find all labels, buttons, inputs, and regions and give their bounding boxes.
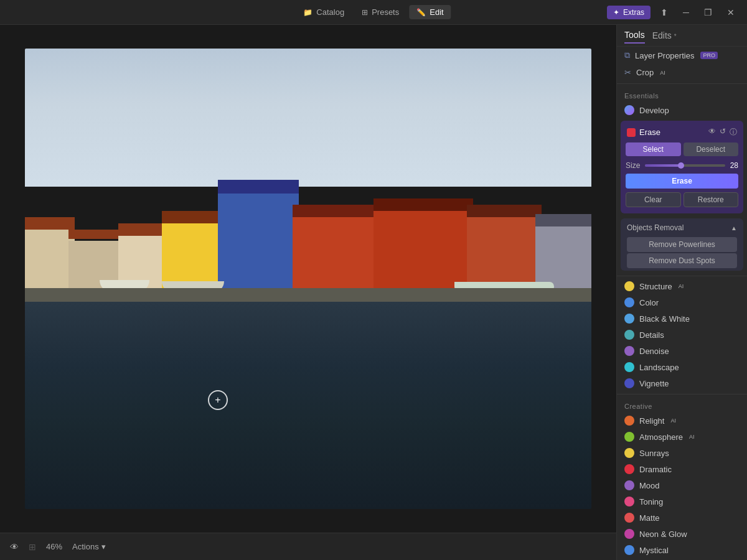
creative-tool-sunrays[interactable]: Sunrays	[617, 445, 747, 461]
actions-button[interactable]: Actions ▾	[72, 542, 106, 551]
creative-label: Creative	[617, 396, 747, 413]
tool-icon	[624, 281, 634, 291]
clear-button[interactable]: Clear	[626, 192, 681, 207]
tool-icon	[624, 346, 634, 356]
bottom-bar: 👁 ⊞ 46% Actions ▾	[0, 533, 616, 560]
objects-removal-header[interactable]: Objects Removal ▲	[621, 220, 743, 236]
info-icon[interactable]: ⓘ	[730, 127, 737, 138]
erase-header: Erase 👁 ↺ ⓘ	[621, 124, 743, 140]
select-button[interactable]: Select	[626, 142, 681, 156]
crop-ai-badge: AI	[660, 70, 665, 76]
creative-tool-matte[interactable]: Matte	[617, 510, 747, 526]
creative-tool-icon	[624, 497, 634, 506]
creative-tool-mystical[interactable]: Mystical	[617, 542, 747, 558]
layer-icon: ⧉	[624, 50, 630, 60]
select-deselect-row: Select Deselect	[621, 140, 743, 159]
tools-tab[interactable]: Tools	[624, 30, 645, 44]
eye-icon[interactable]: 👁	[708, 127, 716, 138]
layer-properties-item[interactable]: ⧉ Layer Properties PRO	[617, 47, 747, 64]
tool-item-denoise[interactable]: Denoise	[617, 343, 747, 359]
creative-tool-mood[interactable]: Mood	[617, 477, 747, 493]
creative-tool-icon	[624, 529, 634, 539]
top-bar: 📁 Catalog ⊞ Presets ✏️ Edit ✦ Extras ⬆ ─…	[0, 0, 747, 25]
creative-tool-icon	[624, 432, 634, 442]
size-slider-fill	[645, 164, 681, 167]
share-button[interactable]: ⬆	[655, 6, 673, 19]
erase-action-button[interactable]: Erase	[626, 174, 738, 189]
restore-button[interactable]: Restore	[684, 192, 739, 207]
creative-tool-dramatic[interactable]: Dramatic	[617, 461, 747, 477]
tool-icon	[624, 378, 634, 388]
right-panel: Tools Edits * ⧉ Layer Properties PRO ✂ C…	[616, 25, 747, 560]
tool-item-landscape[interactable]: Landscape	[617, 359, 747, 375]
edit-icon: ✏️	[416, 8, 426, 17]
panel-tabs: Tools Edits *	[617, 25, 747, 47]
clear-restore-row: Clear Restore	[621, 190, 743, 210]
objects-removal-section: Objects Removal ▲ Remove Powerlines Remo…	[621, 218, 743, 271]
tool-icon	[624, 297, 634, 307]
tool-item-details[interactable]: Details	[617, 327, 747, 343]
crop-item[interactable]: ✂ Crop AI	[617, 64, 747, 81]
creative-tool-icon	[624, 545, 634, 555]
minimize-button[interactable]: ─	[678, 6, 694, 19]
edit-tab[interactable]: ✏️ Edit	[409, 5, 451, 19]
creative-tool-icon	[624, 513, 634, 523]
tool-icon	[624, 314, 634, 324]
creative-tool-atmosphere[interactable]: AtmosphereAI	[617, 429, 747, 445]
size-slider-thumb	[678, 162, 684, 169]
creative-tool-icon	[624, 480, 634, 490]
creative-tool-neon-&-glow[interactable]: Neon & Glow	[617, 526, 747, 542]
creative-tool-icon	[624, 416, 634, 426]
deselect-button[interactable]: Deselect	[684, 142, 739, 156]
main-content: + 👁 ⊞ 46% Actions ▾ Tools Edits *	[0, 25, 747, 560]
zoom-level[interactable]: 46%	[46, 542, 62, 551]
maximize-button[interactable]: ❐	[699, 6, 717, 19]
tool-item-structure[interactable]: StructureAI	[617, 278, 747, 294]
creative-tool-relight[interactable]: RelightAI	[617, 413, 747, 429]
edits-tab[interactable]: Edits *	[652, 30, 677, 43]
size-row: Size 28	[621, 159, 743, 172]
crop-icon: ✂	[624, 68, 631, 77]
photo-image: +	[25, 49, 591, 509]
extras-button[interactable]: ✦ Extras	[607, 6, 651, 19]
pro-badge: PRO	[700, 52, 718, 59]
view-divider: ⊞	[29, 542, 36, 552]
catalog-icon: 📁	[303, 8, 312, 17]
remove-dust-spots-button[interactable]: Remove Dust Spots	[627, 253, 737, 268]
size-slider[interactable]	[645, 164, 725, 167]
essentials-label: Essentials	[617, 86, 747, 102]
tool-item-black-&-white[interactable]: Black & White	[617, 310, 747, 327]
erase-panel: Erase 👁 ↺ ⓘ Select Deselect Size 28	[621, 121, 743, 213]
photo-canvas[interactable]: +	[0, 25, 616, 533]
visibility-icon[interactable]: 👁	[10, 542, 19, 552]
develop-icon	[624, 105, 634, 115]
develop-item[interactable]: Develop	[617, 102, 747, 118]
window-controls: ✦ Extras ⬆ ─ ❐ ✕	[607, 6, 740, 19]
erase-cursor: +	[208, 390, 228, 410]
essentials-tools-list: StructureAIColorBlack & WhiteDetailsDeno…	[617, 278, 747, 391]
erase-header-icons: 👁 ↺ ⓘ	[708, 127, 737, 138]
creative-tool-icon	[624, 464, 634, 474]
photo-container: +	[25, 49, 591, 509]
tool-item-vignette[interactable]: Vignette	[617, 375, 747, 391]
erase-icon	[627, 128, 636, 137]
creative-tool-icon	[624, 448, 634, 458]
objects-chevron-icon: ▲	[731, 225, 737, 231]
presets-tab[interactable]: ⊞ Presets	[354, 5, 406, 19]
catalog-tab[interactable]: 📁 Catalog	[296, 5, 352, 19]
close-button[interactable]: ✕	[722, 6, 740, 19]
photo-area: + 👁 ⊞ 46% Actions ▾	[0, 25, 616, 560]
nav-tabs: 📁 Catalog ⊞ Presets ✏️ Edit	[296, 5, 451, 19]
undo-icon[interactable]: ↺	[720, 127, 726, 138]
extras-icon: ✦	[613, 8, 619, 17]
remove-powerlines-button[interactable]: Remove Powerlines	[627, 237, 737, 252]
creative-tools-list: RelightAIAtmosphereAISunraysDramaticMood…	[617, 413, 747, 558]
tool-item-color[interactable]: Color	[617, 294, 747, 310]
presets-icon: ⊞	[362, 8, 368, 17]
tool-icon	[624, 362, 634, 372]
tool-icon	[624, 330, 634, 340]
photo-water	[25, 302, 591, 509]
creative-tool-toning[interactable]: Toning	[617, 493, 747, 510]
